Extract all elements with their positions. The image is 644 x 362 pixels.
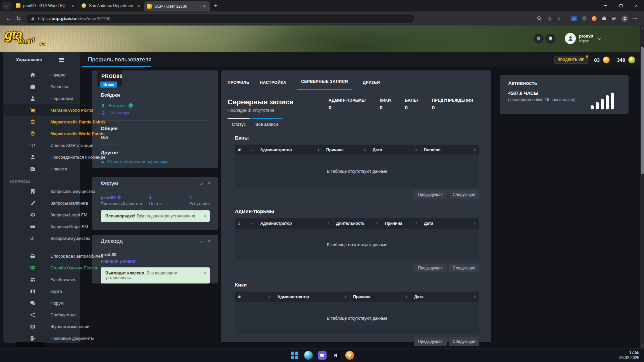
taskbar-orange-app-icon[interactable] xyxy=(345,351,354,360)
previous-page-button[interactable]: Предыдущая xyxy=(414,337,446,346)
badge-veteran[interactable]: Ветеран ? xyxy=(101,102,210,109)
sidebar-item-forum[interactable]: Форум xyxy=(3,297,80,309)
previous-page-button[interactable]: Предыдущая xyxy=(414,264,446,272)
column-header[interactable]: #▼ xyxy=(235,292,274,302)
sidebar-item-facebrowser[interactable]: Facebrowser xyxy=(3,274,80,286)
adblock-extension-icon[interactable] xyxy=(582,16,587,21)
download-background-link[interactable]: Скачать бекграунд персонажа xyxy=(101,159,210,164)
question-circle-icon[interactable]: ? xyxy=(129,103,133,108)
taskbar-browser-icon[interactable] xyxy=(304,351,313,360)
sidebar-item-join-team[interactable]: Присоединиться к команде! xyxy=(3,151,80,163)
sidebar-item-changelog[interactable]: Журнал изменений xyxy=(3,321,80,332)
collapse-chevron-icon[interactable] xyxy=(200,182,203,185)
subtab-all-records[interactable]: Все записи xyxy=(251,118,282,127)
scrollbar-thumb[interactable] xyxy=(641,47,644,174)
close-window-button[interactable]: × xyxy=(629,0,644,11)
close-card-icon[interactable]: × xyxy=(208,180,211,186)
alert-close-icon[interactable]: × xyxy=(204,270,206,275)
sidebar-item-news[interactable]: Новости xyxy=(3,163,80,175)
sidebar-item-community[interactable]: Сообщество xyxy=(3,309,80,321)
scroll-down-icon[interactable]: ▼ xyxy=(640,345,644,347)
forum-username-link[interactable]: prod90 ⚙ xyxy=(101,195,149,200)
settings-gear-button[interactable]: ⚙ xyxy=(534,34,544,44)
collections-icon[interactable] xyxy=(611,16,617,21)
reload-button[interactable]: ↻ xyxy=(13,13,23,23)
gtaworld-logo[interactable]: gta World RU xyxy=(5,27,62,50)
sidebar-item-world-points-shop[interactable]: Магазин World Points xyxy=(3,104,80,116)
extension-orange-icon[interactable] xyxy=(592,16,597,21)
taskbar-rage-icon[interactable]: R xyxy=(332,351,340,360)
back-button[interactable]: ← xyxy=(3,13,13,23)
minimize-button[interactable] xyxy=(598,0,613,11)
user-menu-chevron-icon[interactable] xyxy=(598,36,601,40)
column-header[interactable]: Администратор▲▼ xyxy=(274,292,350,302)
sidebar-item-request-property[interactable]: Запросить имущество xyxy=(3,186,80,197)
tab-close-icon[interactable]: × xyxy=(136,3,142,9)
extend-vip-button[interactable]: ПРОДЛИТЬ VIP xyxy=(554,56,588,64)
extensions-puzzle-icon[interactable] xyxy=(601,16,607,21)
page-scrollbar[interactable]: ▲ ▼ xyxy=(640,25,644,348)
column-header[interactable]: #▼ xyxy=(235,218,257,229)
tab-friends[interactable]: ДРУЗЬЯ xyxy=(363,80,380,90)
browser-tab-1[interactable]: prod90 - GTA World RU × xyxy=(13,0,79,11)
tab-server-records[interactable]: СЕРВЕРНЫЕ ЗАПИСИ xyxy=(297,79,352,90)
sidebar-item-panda-marketplace[interactable]: Маркетплейс Panda Points xyxy=(3,116,80,128)
sidebar-item-businesses[interactable]: Бизнесы xyxy=(3,81,80,93)
sidebar-item-world-marketplace[interactable]: Маркетплейс World Points xyxy=(3,128,80,140)
sidebar-item-characters[interactable]: Персонажи xyxy=(3,93,80,104)
browser-tab-active[interactable]: UCP - User 32730 × xyxy=(144,1,210,11)
badge-platinum[interactable]: Платинум xyxy=(101,109,210,116)
browser-profile-avatar[interactable] xyxy=(622,15,628,22)
translate-extension-icon[interactable]: LV xyxy=(571,16,577,21)
next-page-button[interactable]: Следующая xyxy=(449,337,479,346)
sidebar-item-fleeca-banking[interactable]: Онлайн банкинг Fleeca xyxy=(3,262,80,274)
user-avatar[interactable] xyxy=(565,33,576,44)
address-bar[interactable]: https://ucp.gtaw.io/view/user/32730 xyxy=(26,13,415,23)
maximize-button[interactable] xyxy=(613,0,629,11)
zoom-icon[interactable] xyxy=(537,16,542,21)
web-capture-icon[interactable]: ☺ xyxy=(547,16,552,21)
column-header[interactable]: Дата▲▼ xyxy=(420,218,479,229)
favorites-star-icon[interactable]: ☆ xyxy=(557,15,561,21)
column-header[interactable]: #▼ xyxy=(235,145,257,155)
collapse-chevron-icon[interactable] xyxy=(200,240,203,243)
sidebar-item-illegal-fm-requests[interactable]: Запросы Illegal FM xyxy=(3,221,80,232)
sidebar-item-all-vehicles[interactable]: Список всех автомобилей xyxy=(3,250,80,262)
column-header[interactable]: Причина▲▼ xyxy=(382,218,420,229)
taskbar-discord-icon[interactable] xyxy=(318,351,327,360)
sidebar-item-property-return[interactable]: ↺Возврат имущества xyxy=(3,232,80,244)
column-header[interactable]: Дата▲▼ xyxy=(369,145,420,155)
sidebar-item-legal-fm-requests[interactable]: Запросы Legal FM xyxy=(3,209,80,221)
notifications-bell-button[interactable] xyxy=(545,34,555,44)
sidebar-item-xmr-stations[interactable]: Список XMR станций xyxy=(3,140,80,151)
column-header[interactable]: Администратор▲▼ xyxy=(257,145,323,155)
tab-search-chevron-icon[interactable] xyxy=(2,2,11,10)
column-header[interactable]: Причина▲▼ xyxy=(350,292,411,302)
taskbar-clock[interactable]: 17:55 26.02.2026 xyxy=(619,350,639,360)
scroll-up-icon[interactable]: ▲ xyxy=(640,27,644,29)
user-menu[interactable]: prod90 Игрок xyxy=(579,34,593,43)
browser-menu-icon[interactable] xyxy=(633,18,637,19)
close-card-icon[interactable]: × xyxy=(208,238,211,244)
tab-settings[interactable]: НАСТРОЙКА xyxy=(260,80,286,90)
tab-close-icon[interactable]: × xyxy=(70,3,76,9)
column-header[interactable]: Администратор▲▼ xyxy=(257,218,333,229)
column-header[interactable]: Причина▲▼ xyxy=(323,145,369,155)
column-header[interactable]: Дата▲▼ xyxy=(411,292,479,302)
subtab-status[interactable]: Статус xyxy=(228,118,250,127)
new-tab-button[interactable]: + xyxy=(211,1,220,10)
column-header[interactable]: Длительность▲▼ xyxy=(333,218,382,229)
next-page-button[interactable]: Следующая xyxy=(449,264,479,272)
tab-profile[interactable]: ПРОФИЛЬ xyxy=(228,80,249,90)
tab-close-icon[interactable]: × xyxy=(201,3,207,9)
alert-close-icon[interactable]: × xyxy=(204,213,206,218)
sidebar-item-map[interactable]: Карта xyxy=(3,286,80,297)
next-page-button[interactable]: Следующая xyxy=(449,190,479,199)
sidebar-item-mapping-requests[interactable]: Запросы маппинга xyxy=(3,197,80,209)
sidebar-item-home[interactable]: Начало xyxy=(3,69,80,81)
start-button[interactable] xyxy=(290,351,299,360)
column-header[interactable]: Duration▲▼ xyxy=(420,145,479,155)
browser-tab-2[interactable]: San Andreas Department of Correc × xyxy=(79,0,144,11)
previous-page-button[interactable]: Предыдущая xyxy=(414,190,446,199)
hamburger-menu-icon[interactable] xyxy=(59,57,64,62)
